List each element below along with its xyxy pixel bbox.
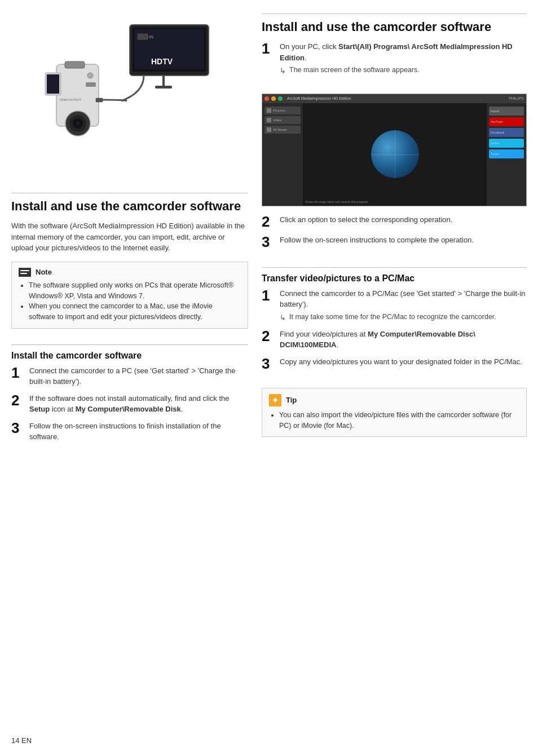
right-column: Install and use the camcorder software 1… [262,14,527,745]
step-content-3: Follow the on-screen instructions to fin… [29,421,248,443]
close-dot [264,96,269,101]
svg-rect-17 [86,82,96,87]
transfer-steps: 1 Connect the camcorder to a PC/Mac (see… [262,288,527,377]
philips-label: PHILIPS [509,96,524,100]
install-heading: Install the camcorder software [11,351,248,361]
transfer-step-num-2: 2 [262,329,274,343]
svg-text:HDTV: HDTV [151,57,173,66]
titlebar: ArcSoft MediaImpression HD Edition PHILI… [262,94,526,103]
sidebar-dot-3 [267,127,271,132]
sidebar-dot-2 [267,118,271,122]
svg-point-12 [76,121,80,126]
note-item-1: The software supplied only works on PCs … [29,280,241,302]
start-bold: Start\(All) Programs\ ArcSoft MediaImpre… [280,42,513,62]
panel-facebook: Facebook [489,128,524,137]
tip-label: Tip [286,396,297,404]
transfer-step-content-3: Copy any video/pictures you want to your… [280,356,527,368]
right-step-2: 2 Click an option to select the correspo… [262,214,527,229]
install-steps: 1 Connect the camcorder to a PC (see 'Ge… [11,365,248,448]
tip-icon: ✦ [269,394,281,406]
arrow-icon-1: ↳ [280,66,286,76]
step-1-sub: ↳ The main screen of the software appear… [280,65,527,76]
install-step-3: 3 Follow the on-screen instructions to f… [11,421,248,443]
step-number-1: 1 [11,365,24,380]
install-step-2: 2 If the software does not install autom… [11,393,248,415]
svg-rect-4 [138,34,148,39]
transfer-step-3: 3 Copy any video/pictures you want to yo… [262,356,527,371]
max-dot [278,96,283,101]
globe-visual [371,130,419,178]
page: HDMI IN HDTV [0,0,538,756]
panel-vimeo: Vimeo [489,139,524,148]
screenshot-bottom-text: Show this page when you launch the progr… [305,200,368,204]
diagram-area: HDMI IN HDTV [11,14,248,177]
tip-item-1: You can also import the video/picture fi… [279,410,519,431]
svg-point-16 [87,73,93,78]
sidebar-all-media: All Media [264,126,301,134]
sidebar-video: Video [264,116,301,124]
svg-rect-6 [162,76,165,86]
note-icon [19,268,31,277]
svg-rect-7 [155,86,172,89]
transfer-step-2: 2 Find your video/pictures at My Compute… [262,329,527,351]
titlebar-title: ArcSoft MediaImpression HD Edition [287,96,351,100]
right-step-num-1: 1 [262,41,274,56]
right-main-heading: Install and use the camcorder software [262,20,527,34]
mycomp-bold: My Computer\Removable Disk [76,405,181,413]
right-step-num-3: 3 [262,235,274,249]
screenshot-sidebar: Pictures Video All Media [262,103,303,206]
step-content-2: If the software does not install automat… [29,393,248,415]
setup-bold: Setup [29,405,50,413]
transfer-divider [262,267,527,268]
right-step-num-2: 2 [262,214,274,229]
svg-rect-19 [96,98,103,102]
tip-header: ✦ Tip [269,394,519,406]
note-label: Note [36,268,52,276]
hdtv-diagram: HDMI IN HDTV [39,19,220,171]
tip-list: You can also import the video/picture fi… [269,410,519,431]
mycomp-disc-bold: My Computer\Removable Disc\ DCIM\100MEDI… [280,330,475,350]
screenshot-body: Pictures Video All Media [262,103,526,206]
note-box: Note The software supplied only works on… [11,262,248,329]
step-number-3: 3 [11,421,24,435]
min-dot [271,96,276,101]
right-step-content-2: Click an option to select the correspond… [280,214,527,226]
svg-rect-13 [65,61,85,68]
sidebar-pictures: Pictures [264,107,301,114]
right-divider-top [262,14,527,14]
left-divider-2 [11,344,248,345]
arrow-icon-t1: ↳ [280,313,286,323]
transfer-step-1: 1 Connect the camcorder to a PC/Mac (see… [262,288,527,323]
transfer-step-content-1: Connect the camcorder to a PC/Mac (see '… [280,288,527,323]
right-steps-2-3: 2 Click an option to select the correspo… [262,214,527,255]
globe-line-v [395,130,395,178]
transfer-step-1-sub: ↳ It may take some time for the PC/Mac t… [280,312,527,323]
step-number-2: 2 [11,393,24,408]
panel-twitter: Twitter [489,149,524,158]
transfer-step-content-2: Find your video/pictures at My Computer\… [280,329,527,351]
note-header: Note [19,268,241,277]
tip-box: ✦ Tip You can also import the video/pict… [262,388,527,437]
panel-youtube: YouTube [489,117,524,126]
panel-import: Import [489,107,524,116]
transfer-step-num-3: 3 [262,356,274,371]
left-column: HDMI IN HDTV [11,14,248,745]
screenshot-main-area: Show this page when you launch the progr… [303,103,487,206]
left-main-heading: Install and use the camcorder software [11,199,248,214]
transfer-step-num-1: 1 [262,288,274,303]
screenshot-right-panel: Import YouTube Facebook Vimeo Twitter [487,103,526,206]
sidebar-dot-1 [267,108,271,113]
page-number: 14 EN [11,725,248,745]
right-steps: 1 On your PC, click Start\(All) Programs… [262,41,527,82]
svg-rect-15 [47,74,59,94]
right-step-content-3: Follow the on-screen instructions to com… [280,235,527,246]
note-item-2: When you connect the camcorder to a Mac,… [29,301,241,322]
right-step-1: 1 On your PC, click Start\(All) Programs… [262,41,527,76]
right-step-3: 3 Follow the on-screen instructions to c… [262,235,527,249]
step-content-1: Connect the camcorder to a PC (see 'Get … [29,365,248,387]
right-step-content-1: On your PC, click Start\(All) Programs\ … [280,41,527,76]
software-screenshot: ArcSoft MediaImpression HD Edition PHILI… [262,94,527,206]
svg-text:HDMI OUTPUT: HDMI OUTPUT [60,98,82,101]
note-list: The software supplied only works on PCs … [19,280,241,322]
left-divider-1 [11,193,248,193]
